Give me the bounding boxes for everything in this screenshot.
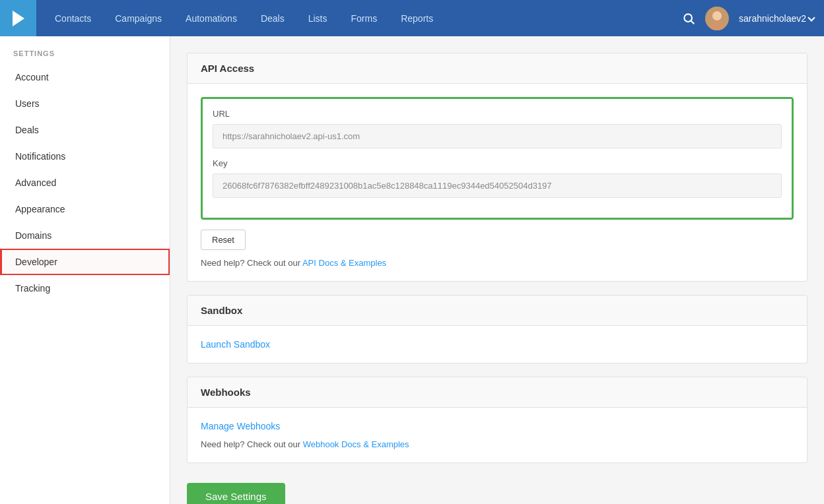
nav-right: sarahnicholaev2 (682, 7, 824, 30)
settings-label: SETTINGS (0, 49, 170, 64)
sandbox-body: Launch Sandbox (188, 326, 807, 363)
logo-arrow-icon (13, 11, 24, 26)
nav-deals[interactable]: Deals (249, 0, 296, 36)
sidebar-item-account[interactable]: Account (0, 64, 170, 90)
api-help-text: Need help? Check out our API Docs & Exam… (201, 258, 794, 268)
avatar-image (705, 7, 729, 30)
api-access-highlighted-box: URL https://sarahnicholaev2.api-us1.com … (201, 97, 794, 220)
sidebar-item-tracking[interactable]: Tracking (0, 275, 170, 301)
api-access-title: API Access (188, 53, 807, 84)
sidebar-item-domains[interactable]: Domains (0, 222, 170, 249)
webhooks-card: Webhooks Manage Webhooks Need help? Chec… (187, 377, 807, 463)
key-value: 26068fc6f7876382efbff2489231008b1ac5e8c1… (213, 173, 782, 198)
sidebar: SETTINGS Account Users Deals Notificatio… (0, 36, 170, 504)
save-settings-button[interactable]: Save Settings (187, 483, 285, 504)
nav-links: Contacts Campaigns Automations Deals Lis… (36, 0, 682, 36)
launch-sandbox-link[interactable]: Launch Sandbox (201, 339, 270, 350)
webhook-help-text: Need help? Check out our Webhook Docs & … (201, 439, 794, 449)
search-icon[interactable] (682, 12, 695, 25)
api-access-body: URL https://sarahnicholaev2.api-us1.com … (188, 84, 807, 281)
webhooks-body: Manage Webhooks Need help? Check out our… (188, 408, 807, 462)
url-value: https://sarahnicholaev2.api-us1.com (213, 124, 782, 148)
manage-webhooks-link[interactable]: Manage Webhooks (201, 421, 280, 431)
sidebar-item-notifications[interactable]: Notifications (0, 143, 170, 170)
svg-line-1 (691, 20, 695, 24)
svg-point-0 (684, 14, 692, 22)
nav-automations[interactable]: Automations (174, 0, 249, 36)
api-docs-link[interactable]: API Docs & Examples (302, 258, 386, 268)
key-label: Key (213, 158, 782, 168)
chevron-down-icon (807, 14, 815, 21)
sidebar-item-deals[interactable]: Deals (0, 117, 170, 143)
svg-point-3 (712, 11, 722, 20)
reset-button[interactable]: Reset (201, 230, 246, 250)
avatar (705, 7, 729, 30)
sidebar-item-developer[interactable]: Developer (0, 249, 170, 275)
nav-campaigns[interactable]: Campaigns (103, 0, 174, 36)
nav-reports[interactable]: Reports (389, 0, 445, 36)
api-access-card: API Access URL https://sarahnicholaev2.a… (187, 53, 807, 282)
top-nav: Contacts Campaigns Automations Deals Lis… (0, 0, 824, 36)
sidebar-item-users[interactable]: Users (0, 90, 170, 117)
nav-logo[interactable] (0, 0, 36, 36)
sidebar-item-advanced[interactable]: Advanced (0, 170, 170, 196)
nav-forms[interactable]: Forms (339, 0, 390, 36)
sandbox-title: Sandbox (188, 296, 807, 326)
webhook-docs-link[interactable]: Webhook Docs & Examples (303, 439, 409, 449)
user-menu[interactable]: sarahnicholaev2 (739, 13, 814, 24)
webhooks-title: Webhooks (188, 377, 807, 408)
nav-contacts[interactable]: Contacts (43, 0, 103, 36)
main-content: API Access URL https://sarahnicholaev2.a… (170, 36, 824, 504)
nav-lists[interactable]: Lists (296, 0, 339, 36)
url-label: URL (213, 109, 782, 119)
sandbox-card: Sandbox Launch Sandbox (187, 295, 807, 363)
sidebar-item-appearance[interactable]: Appearance (0, 196, 170, 222)
layout: SETTINGS Account Users Deals Notificatio… (0, 36, 824, 504)
